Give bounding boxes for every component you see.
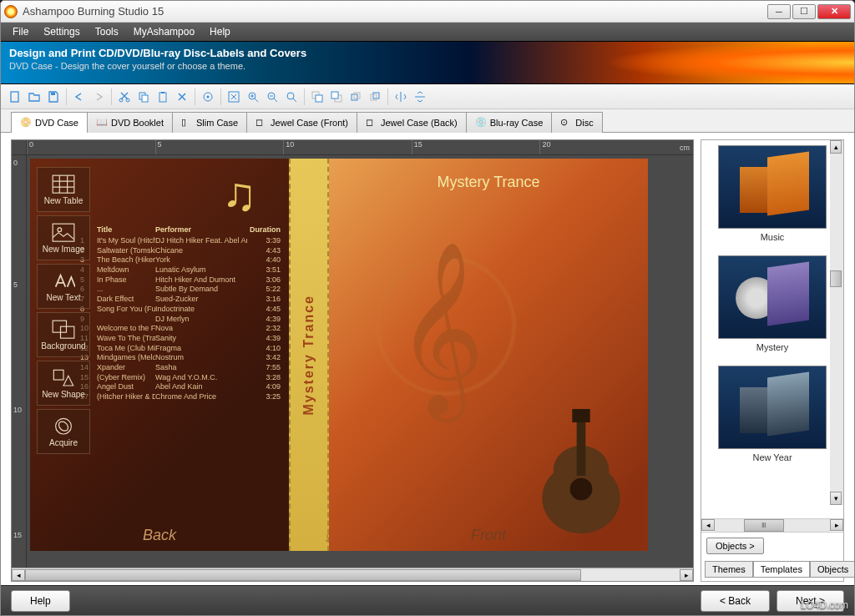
track-row: 14XpanderSasha7:55 [80, 363, 281, 373]
canvas-viewport[interactable]: New Table New Image New Text Background … [27, 155, 693, 568]
tab-disc[interactable]: ⊙Disc [551, 112, 602, 133]
cut-icon[interactable] [115, 88, 134, 106]
track-row: 6...Subtle By Demand5:22 [80, 285, 281, 295]
spine-panel[interactable]: Mystery Trance Spine [289, 159, 329, 551]
menu-settings[interactable]: Settings [37, 24, 86, 39]
svg-rect-17 [331, 92, 338, 98]
new-icon[interactable] [6, 88, 24, 106]
track-row: 11Wave To The (Trance Mix)Sanity4:39 [80, 334, 281, 344]
back-button[interactable]: < Back [701, 590, 770, 612]
forward-icon[interactable] [347, 88, 365, 106]
svg-rect-6 [159, 93, 166, 102]
tab-templates[interactable]: Templates [753, 561, 810, 578]
jewel-back-icon: ◻ [366, 117, 377, 129]
new-text-button[interactable]: New Text [37, 264, 90, 309]
tracklist[interactable]: Title Performer Duration 1It's My Soul (… [80, 225, 281, 402]
tab-slim-case[interactable]: ▯Slim Case [172, 112, 247, 133]
acquire-button[interactable]: Acquire [37, 409, 90, 454]
image-icon [52, 223, 75, 243]
track-row: 8Song For You (FullIndoctrinate4:45 [80, 305, 281, 315]
tab-bluray[interactable]: 💿Blu-ray Case [466, 112, 553, 133]
template-music[interactable]: Music [706, 145, 838, 242]
redo-icon[interactable] [89, 88, 108, 106]
paste-icon[interactable] [154, 88, 172, 106]
template-mystery[interactable]: Mystery [706, 255, 838, 352]
scroll-thumb[interactable] [25, 569, 581, 581]
delete-icon[interactable] [173, 88, 191, 106]
menubar: File Settings Tools MyAshampoo Help [1, 23, 854, 41]
front-panel-label: Front [329, 527, 648, 544]
tab-themes[interactable]: Themes [705, 561, 753, 578]
svg-point-9 [207, 95, 210, 98]
close-button[interactable] [817, 4, 851, 19]
sidepanel-vertical-scrollbar[interactable]: ▴ ▾ [830, 140, 843, 505]
col-title: Title [97, 225, 155, 234]
maximize-button[interactable] [792, 4, 816, 19]
track-row: 13Mindgames (Melow-D Remix)Nostrum3:42 [80, 353, 281, 363]
objects-button[interactable]: Objects > [706, 538, 764, 554]
new-image-button[interactable]: New Image [37, 215, 90, 260]
bring-front-icon[interactable] [308, 88, 326, 106]
track-row: 15(Cyber Remix)Wag And Y.O.M.C.3:28 [80, 373, 281, 383]
copy-icon[interactable] [134, 88, 153, 106]
tab-objects[interactable]: Objects [810, 561, 854, 578]
editor-horizontal-scrollbar[interactable]: ◂ ▸ [12, 568, 693, 581]
tab-dvd-booklet[interactable]: 📖DVD Booklet [87, 112, 173, 133]
zoom-out-icon[interactable] [263, 88, 281, 106]
svg-rect-5 [142, 95, 148, 102]
front-cover-panel[interactable]: Mystery Trance 𝄞 Front [329, 159, 648, 551]
scroll-right-button[interactable]: ▸ [680, 569, 693, 581]
backward-icon[interactable] [366, 88, 384, 106]
app-logo-icon [4, 5, 18, 18]
track-row: 3The Beach (Hiker & Dumont RMX)York4:40 [80, 255, 281, 265]
undo-icon[interactable] [70, 88, 89, 106]
svg-rect-7 [161, 92, 164, 93]
new-table-button[interactable]: New Table [37, 167, 90, 212]
ruler-horizontal: 0 5 10 15 20 cm [12, 140, 693, 155]
new-shape-button[interactable]: New Shape [37, 361, 90, 406]
template-thumb [718, 145, 827, 229]
tab-jewel-front[interactable]: ◻Jewel Case (Front) [246, 112, 357, 133]
shape-icon [52, 368, 75, 388]
minimize-button[interactable] [767, 4, 791, 19]
tab-dvd-case[interactable]: 📀DVD Case [11, 112, 88, 133]
track-row: 2Saltwater (Tomski vs. Disco Citizen Rem… [80, 246, 281, 256]
ruler-unit: cm [680, 144, 690, 152]
background-button[interactable]: Background [37, 312, 90, 357]
menu-tools[interactable]: Tools [89, 24, 125, 39]
flip-h-icon[interactable] [392, 88, 410, 106]
templates-list[interactable]: Music Mystery New Year ▴ ▾ [701, 140, 843, 518]
template-newyear[interactable]: New Year [706, 366, 838, 462]
tab-jewel-back[interactable]: ◻Jewel Case (Back) [357, 112, 467, 133]
tool-palette: New Table New Image New Text Background … [37, 167, 90, 454]
track-row: 1It's My Soul (Hitch Hiker vs. Abel & Ka… [80, 236, 281, 246]
preview-icon[interactable] [199, 88, 217, 106]
col-duration: Duration [247, 225, 281, 234]
track-row: 17(Hitcher Hiker & Dumont Remix)Chrome A… [80, 392, 281, 402]
flip-v-icon[interactable] [411, 88, 429, 106]
menu-help[interactable]: Help [203, 24, 237, 39]
watermark: LO4D.com [801, 599, 848, 611]
zoom-fit-icon[interactable] [225, 88, 243, 106]
scroll-thumb[interactable] [830, 270, 842, 287]
svg-point-31 [570, 478, 593, 501]
menu-file[interactable]: File [6, 24, 35, 39]
svg-point-28 [56, 418, 72, 434]
table-icon [52, 174, 75, 194]
svg-rect-27 [53, 370, 63, 380]
sidepanel-horizontal-scrollbar[interactable]: ◂ Ⅲ ▸ [701, 518, 843, 532]
music-notes-icon: ♫ [222, 167, 257, 221]
text-icon [52, 271, 75, 291]
save-icon[interactable] [44, 88, 63, 106]
send-back-icon[interactable] [327, 88, 346, 106]
help-button[interactable]: Help [11, 590, 70, 612]
track-row: 4MeltdownLunatic Asylum3:51 [80, 265, 281, 275]
scroll-left-button[interactable]: ◂ [12, 569, 25, 581]
menu-myashampoo[interactable]: MyAshampoo [127, 24, 201, 39]
zoom-100-icon[interactable] [282, 88, 301, 106]
open-icon[interactable] [25, 88, 43, 106]
dvd-cover-canvas[interactable]: New Table New Image New Text Background … [30, 159, 648, 551]
editor-canvas-area: 0 5 10 15 20 cm 0 5 10 15 [11, 139, 694, 582]
zoom-in-icon[interactable] [244, 88, 262, 106]
treble-clef-icon: 𝄞 [396, 242, 484, 417]
